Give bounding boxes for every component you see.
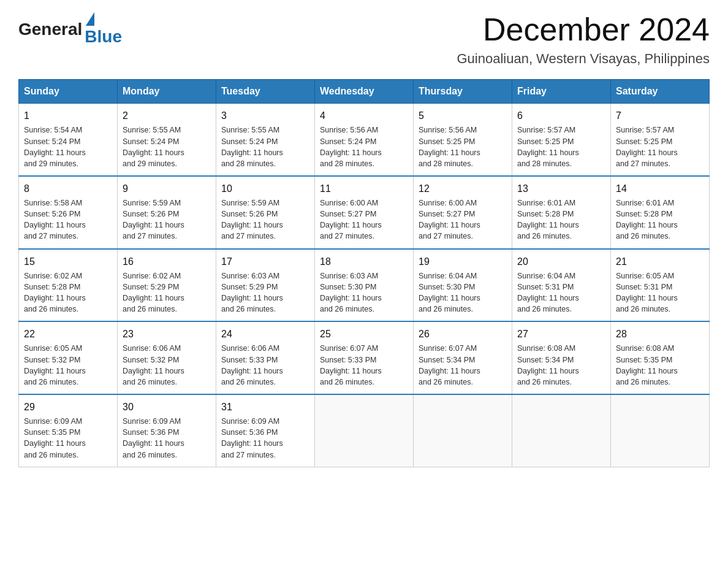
calendar-cell: 12 Sunrise: 6:00 AMSunset: 5:27 PMDaylig… <box>414 176 512 249</box>
day-number: 15 <box>24 255 112 269</box>
calendar-cell: 26 Sunrise: 6:07 AMSunset: 5:34 PMDaylig… <box>414 321 512 394</box>
day-info: Sunrise: 6:01 AMSunset: 5:28 PMDaylight:… <box>616 197 704 242</box>
day-number: 14 <box>616 182 704 196</box>
day-info: Sunrise: 5:54 AMSunset: 5:24 PMDaylight:… <box>24 124 112 169</box>
day-info: Sunrise: 6:05 AMSunset: 5:32 PMDaylight:… <box>24 343 112 388</box>
title-section: December 2024 Guinoaliuan, Western Visay… <box>457 12 710 67</box>
day-info: Sunrise: 6:01 AMSunset: 5:28 PMDaylight:… <box>517 197 605 242</box>
page-header: General Blue December 2024 Guinoaliuan, … <box>18 12 710 67</box>
day-info: Sunrise: 6:06 AMSunset: 5:32 PMDaylight:… <box>123 343 211 388</box>
weekday-header-thursday: Thursday <box>414 80 512 104</box>
day-number: 8 <box>24 182 112 196</box>
calendar-cell: 14 Sunrise: 6:01 AMSunset: 5:28 PMDaylig… <box>611 176 710 249</box>
day-info: Sunrise: 6:07 AMSunset: 5:34 PMDaylight:… <box>419 343 507 388</box>
calendar-cell: 29 Sunrise: 6:09 AMSunset: 5:35 PMDaylig… <box>19 394 118 467</box>
calendar-cell: 27 Sunrise: 6:08 AMSunset: 5:34 PMDaylig… <box>512 321 611 394</box>
weekday-header-sunday: Sunday <box>19 80 118 104</box>
month-title: December 2024 <box>457 12 710 47</box>
day-info: Sunrise: 6:00 AMSunset: 5:27 PMDaylight:… <box>419 197 507 242</box>
calendar-cell: 7 Sunrise: 5:57 AMSunset: 5:25 PMDayligh… <box>611 104 710 176</box>
day-number: 28 <box>616 327 704 341</box>
weekday-header-wednesday: Wednesday <box>315 80 414 104</box>
day-number: 2 <box>123 109 211 123</box>
day-info: Sunrise: 5:59 AMSunset: 5:26 PMDaylight:… <box>123 197 211 242</box>
calendar-cell: 23 Sunrise: 6:06 AMSunset: 5:32 PMDaylig… <box>118 321 216 394</box>
day-number: 22 <box>24 327 112 341</box>
location-title: Guinoaliuan, Western Visayas, Philippine… <box>457 51 710 67</box>
calendar-cell: 19 Sunrise: 6:04 AMSunset: 5:30 PMDaylig… <box>414 249 512 322</box>
day-number: 18 <box>320 255 408 269</box>
logo: General Blue <box>18 12 122 47</box>
calendar-cell: 31 Sunrise: 6:09 AMSunset: 5:36 PMDaylig… <box>216 394 315 467</box>
day-number: 7 <box>616 109 704 123</box>
day-number: 16 <box>123 255 211 269</box>
day-info: Sunrise: 6:08 AMSunset: 5:35 PMDaylight:… <box>616 343 704 388</box>
day-number: 21 <box>616 255 704 269</box>
calendar-cell: 5 Sunrise: 5:56 AMSunset: 5:25 PMDayligh… <box>414 104 512 176</box>
calendar-week-row-2: 8 Sunrise: 5:58 AMSunset: 5:26 PMDayligh… <box>19 176 710 249</box>
calendar-cell: 13 Sunrise: 6:01 AMSunset: 5:28 PMDaylig… <box>512 176 611 249</box>
day-info: Sunrise: 5:59 AMSunset: 5:26 PMDaylight:… <box>221 197 309 242</box>
calendar-cell: 3 Sunrise: 5:55 AMSunset: 5:24 PMDayligh… <box>216 104 315 176</box>
day-info: Sunrise: 6:07 AMSunset: 5:33 PMDaylight:… <box>320 343 408 388</box>
calendar-cell: 15 Sunrise: 6:02 AMSunset: 5:28 PMDaylig… <box>19 249 118 322</box>
calendar-cell: 17 Sunrise: 6:03 AMSunset: 5:29 PMDaylig… <box>216 249 315 322</box>
day-number: 6 <box>517 109 605 123</box>
weekday-header-row: SundayMondayTuesdayWednesdayThursdayFrid… <box>19 80 710 104</box>
calendar-cell: 1 Sunrise: 5:54 AMSunset: 5:24 PMDayligh… <box>19 104 118 176</box>
day-number: 1 <box>24 109 112 123</box>
day-number: 13 <box>517 182 605 196</box>
day-info: Sunrise: 6:04 AMSunset: 5:31 PMDaylight:… <box>517 270 605 315</box>
day-info: Sunrise: 6:00 AMSunset: 5:27 PMDaylight:… <box>320 197 408 242</box>
day-number: 5 <box>419 109 507 123</box>
day-info: Sunrise: 5:56 AMSunset: 5:25 PMDaylight:… <box>419 124 507 169</box>
day-info: Sunrise: 5:55 AMSunset: 5:24 PMDaylight:… <box>221 124 309 169</box>
day-info: Sunrise: 6:02 AMSunset: 5:29 PMDaylight:… <box>123 270 211 315</box>
calendar-cell <box>315 394 414 467</box>
day-number: 23 <box>123 327 211 341</box>
day-info: Sunrise: 6:09 AMSunset: 5:36 PMDaylight:… <box>221 416 309 461</box>
calendar-cell: 22 Sunrise: 6:05 AMSunset: 5:32 PMDaylig… <box>19 321 118 394</box>
logo-general-text: General <box>18 20 82 39</box>
day-number: 11 <box>320 182 408 196</box>
day-number: 10 <box>221 182 309 196</box>
calendar-cell: 2 Sunrise: 5:55 AMSunset: 5:24 PMDayligh… <box>118 104 216 176</box>
day-info: Sunrise: 5:56 AMSunset: 5:24 PMDaylight:… <box>320 124 408 169</box>
day-info: Sunrise: 6:09 AMSunset: 5:36 PMDaylight:… <box>123 416 211 461</box>
day-info: Sunrise: 5:58 AMSunset: 5:26 PMDaylight:… <box>24 197 112 242</box>
day-info: Sunrise: 5:57 AMSunset: 5:25 PMDaylight:… <box>616 124 704 169</box>
calendar-week-row-4: 22 Sunrise: 6:05 AMSunset: 5:32 PMDaylig… <box>19 321 710 394</box>
calendar-week-row-3: 15 Sunrise: 6:02 AMSunset: 5:28 PMDaylig… <box>19 249 710 322</box>
calendar-cell <box>414 394 512 467</box>
weekday-header-tuesday: Tuesday <box>216 80 315 104</box>
calendar-cell: 25 Sunrise: 6:07 AMSunset: 5:33 PMDaylig… <box>315 321 414 394</box>
day-number: 29 <box>24 400 112 414</box>
day-info: Sunrise: 6:03 AMSunset: 5:29 PMDaylight:… <box>221 270 309 315</box>
calendar-cell: 20 Sunrise: 6:04 AMSunset: 5:31 PMDaylig… <box>512 249 611 322</box>
calendar-cell: 10 Sunrise: 5:59 AMSunset: 5:26 PMDaylig… <box>216 176 315 249</box>
weekday-header-friday: Friday <box>512 80 611 104</box>
day-number: 12 <box>419 182 507 196</box>
weekday-header-monday: Monday <box>118 80 216 104</box>
calendar-cell: 30 Sunrise: 6:09 AMSunset: 5:36 PMDaylig… <box>118 394 216 467</box>
day-info: Sunrise: 6:06 AMSunset: 5:33 PMDaylight:… <box>221 343 309 388</box>
day-number: 19 <box>419 255 507 269</box>
day-number: 27 <box>517 327 605 341</box>
day-info: Sunrise: 6:09 AMSunset: 5:35 PMDaylight:… <box>24 416 112 461</box>
calendar-cell: 21 Sunrise: 6:05 AMSunset: 5:31 PMDaylig… <box>611 249 710 322</box>
calendar-table: SundayMondayTuesdayWednesdayThursdayFrid… <box>18 79 710 467</box>
calendar-week-row-1: 1 Sunrise: 5:54 AMSunset: 5:24 PMDayligh… <box>19 104 710 176</box>
calendar-cell: 28 Sunrise: 6:08 AMSunset: 5:35 PMDaylig… <box>611 321 710 394</box>
day-info: Sunrise: 6:03 AMSunset: 5:30 PMDaylight:… <box>320 270 408 315</box>
day-number: 9 <box>123 182 211 196</box>
day-number: 31 <box>221 400 309 414</box>
day-info: Sunrise: 6:02 AMSunset: 5:28 PMDaylight:… <box>24 270 112 315</box>
calendar-cell: 18 Sunrise: 6:03 AMSunset: 5:30 PMDaylig… <box>315 249 414 322</box>
day-number: 25 <box>320 327 408 341</box>
day-number: 4 <box>320 109 408 123</box>
calendar-cell: 6 Sunrise: 5:57 AMSunset: 5:25 PMDayligh… <box>512 104 611 176</box>
calendar-cell: 24 Sunrise: 6:06 AMSunset: 5:33 PMDaylig… <box>216 321 315 394</box>
day-number: 26 <box>419 327 507 341</box>
logo-blue-text: Blue <box>85 27 122 47</box>
day-info: Sunrise: 6:04 AMSunset: 5:30 PMDaylight:… <box>419 270 507 315</box>
